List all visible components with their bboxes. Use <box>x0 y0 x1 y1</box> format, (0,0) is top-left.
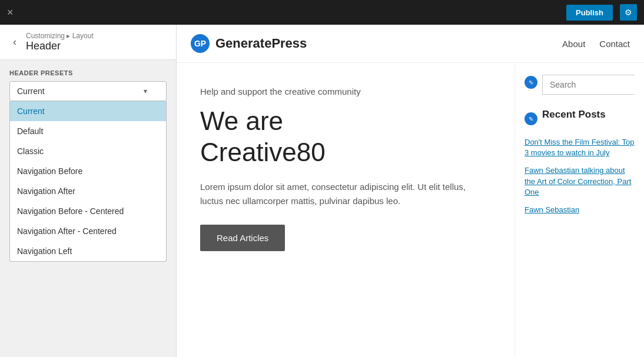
search-input[interactable] <box>543 75 635 94</box>
read-articles-button[interactable]: Read Articles <box>200 225 285 251</box>
recent-posts-edit-icon[interactable]: ✎ <box>525 112 537 125</box>
dropdown-item-classic[interactable]: Classic <box>10 141 166 161</box>
breadcrumb: Customizing ▸ Layout <box>26 32 94 40</box>
back-button[interactable]: ‹ <box>9 35 20 49</box>
widget-title-row: ✎ Recent Posts <box>525 109 635 129</box>
site-header: GP GeneratePress About Contact <box>177 25 644 63</box>
site-logo-area: GP GeneratePress <box>191 34 562 53</box>
select-display[interactable]: Current ▾ <box>9 81 167 101</box>
close-button[interactable]: × <box>7 7 14 18</box>
nav-link-about[interactable]: About <box>562 39 585 49</box>
hero-title: We are Creative80 <box>200 106 491 168</box>
post-link-1[interactable]: Don't Miss the Film Festival: Top 3 movi… <box>525 137 635 158</box>
hero-body: Lorem ipsum dolor sit amet, consectetur … <box>200 180 491 208</box>
search-widget-edit-icon[interactable]: ✎ <box>525 76 537 89</box>
recent-posts-title: Recent Posts <box>542 109 606 121</box>
section-label: Header Presets <box>9 69 167 76</box>
recent-posts-widget: ✎ Recent Posts Don't Miss the Film Festi… <box>525 109 635 215</box>
logo-icon: GP <box>191 34 210 53</box>
sidebar-content: Header Presets Current ▾ Current Default… <box>0 60 176 357</box>
dropdown-list: Current Default Classic Navigation Befor… <box>9 101 167 262</box>
publish-button[interactable]: Publish <box>566 5 613 21</box>
chevron-down-icon: ▾ <box>144 87 147 95</box>
hero-title-line2: Creative80 <box>200 138 326 166</box>
preview-content: Help and support the creative community … <box>177 63 644 357</box>
hero-sub: Help and support the creative community <box>200 86 491 96</box>
gear-button[interactable]: ⚙ <box>620 4 637 21</box>
dropdown-item-default[interactable]: Default <box>10 121 166 141</box>
top-bar: × Publish ⚙ <box>0 0 644 25</box>
select-value: Current <box>17 86 45 96</box>
nav-link-contact[interactable]: Contact <box>599 39 630 49</box>
site-name: GeneratePress <box>215 36 307 51</box>
dropdown-item-nav-after-centered[interactable]: Navigation After - Centered <box>10 221 166 241</box>
post-link-2[interactable]: Fawn Sebastian talking about the Art of … <box>525 165 635 198</box>
site-nav: About Contact <box>562 39 630 49</box>
sidebar-widgets: ✎ 🔍 ✎ Recent Posts Don't Miss the Film F… <box>514 63 644 357</box>
dropdown-item-nav-before-centered[interactable]: Navigation Before - Centered <box>10 201 166 221</box>
main-content: Help and support the creative community … <box>177 63 514 357</box>
select-wrapper: Current ▾ Current Default Classic Naviga… <box>9 81 167 262</box>
dropdown-item-nav-before[interactable]: Navigation Before <box>10 161 166 181</box>
post-link-3[interactable]: Fawn Sebastian <box>525 205 635 215</box>
main-layout: ‹ Customizing ▸ Layout Header Header Pre… <box>0 25 644 357</box>
search-box: 🔍 <box>542 75 635 95</box>
hero-title-line1: We are <box>200 106 283 135</box>
dropdown-item-current[interactable]: Current <box>10 101 166 121</box>
breadcrumb-area: Customizing ▸ Layout Header <box>26 32 94 52</box>
search-widget: ✎ 🔍 <box>525 75 635 95</box>
sidebar-header: ‹ Customizing ▸ Layout Header <box>0 25 176 60</box>
dropdown-item-nav-after[interactable]: Navigation After <box>10 181 166 201</box>
sidebar: ‹ Customizing ▸ Layout Header Header Pre… <box>0 25 177 357</box>
sidebar-title: Header <box>26 40 94 52</box>
dropdown-item-nav-left[interactable]: Navigation Left <box>10 241 166 261</box>
preview: GP GeneratePress About Contact Help and … <box>177 25 644 357</box>
